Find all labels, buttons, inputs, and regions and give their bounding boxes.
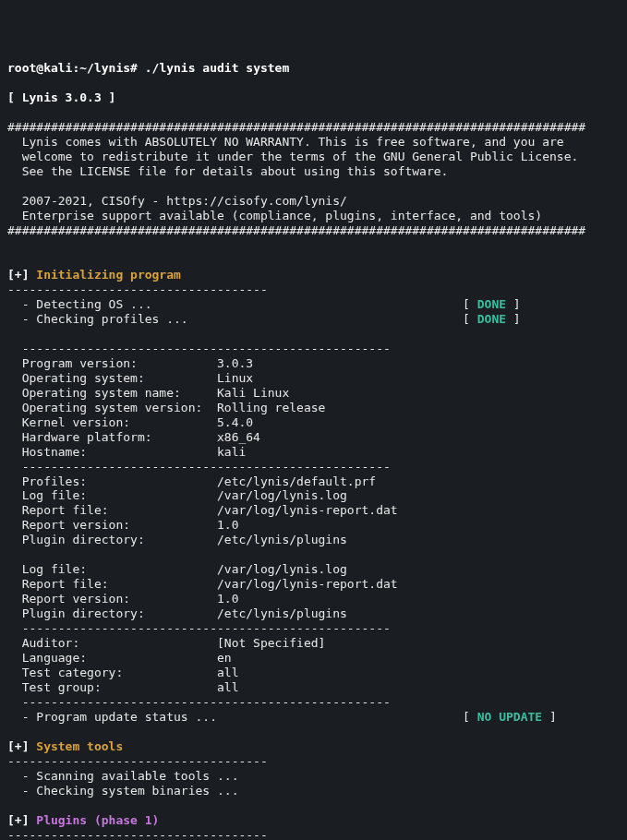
info-language: Language: en xyxy=(7,651,232,665)
info-reportfile: Report file: /var/log/lynis-report.dat xyxy=(7,503,398,517)
hash-divider: ########################################… xyxy=(7,120,585,134)
section-header-plugins: [+] Plugins (phase 1) xyxy=(7,813,159,827)
info-kernel: Kernel version: 5.4.0 xyxy=(7,415,253,429)
enterprise-line: Enterprise support available (compliance… xyxy=(7,209,542,222)
info-os-name: Operating system name: Kali Linux xyxy=(7,386,289,400)
lynis-title: [ Lynis 3.0.3 ] xyxy=(7,90,115,104)
info-reportfile: Report file: /var/log/lynis-report.dat xyxy=(7,577,398,591)
info-logfile: Log file: /var/log/lynis.log xyxy=(7,488,347,502)
info-hardware: Hardware platform: x86_64 xyxy=(7,430,260,444)
info-auditor: Auditor: [Not Specified] xyxy=(7,636,325,650)
checking-profiles-line: - Checking profiles ... [ DONE ] xyxy=(7,312,521,326)
warranty-line-2: welcome to redistribute it under the ter… xyxy=(7,150,578,163)
info-reportversion: Report version: 1.0 xyxy=(7,592,238,606)
info-testgroup: Test group: all xyxy=(7,680,238,694)
divider: ----------------------------------------… xyxy=(7,621,391,635)
detecting-os-line: - Detecting OS ... [ DONE ] xyxy=(7,297,521,311)
info-testcat: Test category: all xyxy=(7,666,238,679)
warranty-line-3: See the LICENSE file for details about u… xyxy=(7,164,448,178)
divider: ----------------------------------------… xyxy=(7,695,391,709)
section-dashes: ------------------------------------ xyxy=(7,754,268,768)
status-no-update: NO UPDATE xyxy=(477,710,542,724)
section-dashes: ------------------------------------ xyxy=(7,828,268,840)
info-reportversion: Report version: 1.0 xyxy=(7,518,238,532)
divider: ----------------------------------------… xyxy=(7,460,391,474)
tools-scanning: - Scanning available tools ... xyxy=(7,769,238,783)
info-os: Operating system: Linux xyxy=(7,371,253,385)
info-os-version: Operating system version: Rolling releas… xyxy=(7,401,325,414)
section-header-init: [+] Initializing program xyxy=(7,268,181,282)
hash-divider: ########################################… xyxy=(7,223,585,237)
status-done: DONE xyxy=(477,297,506,311)
terminal-output: root@kali:~/lynis# ./lynis audit system … xyxy=(7,61,620,840)
section-dashes: ------------------------------------ xyxy=(7,282,268,296)
status-done: DONE xyxy=(477,312,506,326)
tools-checking: - Checking system binaries ... xyxy=(7,784,238,798)
update-status-line: - Program update status ... [ NO UPDATE … xyxy=(7,710,557,724)
info-plugindir: Plugin directory: /etc/lynis/plugins xyxy=(7,606,347,620)
info-hostname: Hostname: kali xyxy=(7,445,246,459)
section-header-tools: [+] System tools xyxy=(7,739,123,753)
info-logfile: Log file: /var/log/lynis.log xyxy=(7,562,347,576)
warranty-line-1: Lynis comes with ABSOLUTELY NO WARRANTY.… xyxy=(7,135,564,149)
copyright-line: 2007-2021, CISOfy - https://cisofy.com/l… xyxy=(7,194,347,208)
prompt-line: root@kali:~/lynis# ./lynis audit system xyxy=(7,61,289,75)
info-profiles: Profiles: /etc/lynis/default.prf xyxy=(7,474,376,488)
info-program-version: Program version: 3.0.3 xyxy=(7,356,253,370)
divider: ----------------------------------------… xyxy=(7,342,391,355)
info-plugindir: Plugin directory: /etc/lynis/plugins xyxy=(7,533,347,546)
